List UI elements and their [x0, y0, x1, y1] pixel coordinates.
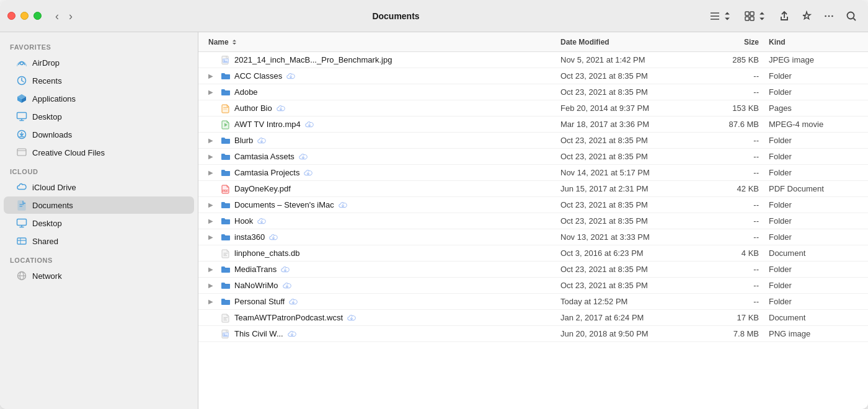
table-row[interactable]: ▶ insta360 Nov 13, 2021 at 3:33 PM -- Fo…	[198, 229, 868, 245]
expand-arrow: ▶	[208, 89, 217, 95]
file-kind: Folder	[759, 265, 858, 274]
table-row[interactable]: PDF DayOneKey.pdf Jun 15, 2017 at 2:31 P…	[198, 181, 868, 197]
svg-point-8	[828, 15, 830, 17]
minimize-button[interactable]	[20, 12, 29, 20]
desktop-icloud-icon	[16, 218, 27, 229]
file-date: Oct 3, 2016 at 6:23 PM	[560, 248, 697, 258]
sidebar-item-creative-cloud[interactable]: Creative Cloud Files	[4, 144, 194, 161]
file-date: Oct 23, 2021 at 8:35 PM	[560, 216, 697, 226]
file-name-text: NaNoWriMo	[234, 281, 278, 290]
file-row-name: linphone_chats.db	[208, 248, 560, 258]
sidebar-item-desktop-icloud[interactable]: Desktop	[4, 214, 194, 232]
file-row-name: PDF DayOneKey.pdf	[208, 184, 560, 194]
sidebar-item-applications-label: Applications	[32, 94, 188, 103]
expand-arrow: ▶	[208, 298, 217, 305]
creative-cloud-icon	[16, 147, 27, 158]
file-list: 2021_14_inch_MacB..._Pro_Benchmark.jpg N…	[198, 52, 868, 409]
search-button[interactable]	[842, 8, 861, 24]
grid-view-button[interactable]	[740, 8, 771, 24]
svg-line-11	[854, 18, 856, 20]
file-icon	[221, 136, 231, 146]
column-kind-header: Kind	[759, 38, 858, 46]
file-kind: Pages	[759, 103, 858, 113]
sidebar-item-applications[interactable]: Applications	[4, 90, 194, 107]
traffic-lights	[7, 12, 42, 20]
file-size: --	[697, 87, 759, 97]
table-row[interactable]: ▶ Personal Stuff Today at 12:52 PM -- Fo…	[198, 294, 868, 310]
column-name-header[interactable]: Name	[208, 38, 560, 46]
table-row[interactable]: ▶ Documents – Steven's iMac Oct 23, 2021…	[198, 197, 868, 213]
more-button[interactable]	[820, 8, 838, 24]
table-row[interactable]: TeamAWTPatronPodcast.wcst Jan 2, 2017 at…	[198, 310, 868, 326]
sidebar-item-downloads[interactable]: Downloads	[4, 126, 194, 143]
file-icon	[221, 281, 231, 291]
sidebar-item-desktop-label: Desktop	[32, 112, 188, 121]
table-row[interactable]: ▶ ACC Classes Oct 23, 2021 at 8:35 PM --…	[198, 68, 868, 84]
file-name-text: MediaTrans	[234, 265, 277, 274]
svg-rect-35	[223, 107, 228, 108]
svg-point-47	[224, 333, 225, 335]
svg-rect-6	[750, 17, 754, 20]
sidebar-item-desktop[interactable]: Desktop	[4, 108, 194, 125]
file-size: 4 KB	[697, 248, 759, 258]
forward-button[interactable]: ›	[65, 9, 76, 23]
file-icon	[221, 200, 231, 210]
file-size: --	[697, 297, 759, 306]
file-row-name: Author Bio	[208, 103, 560, 113]
file-row-name: This Civil W...	[208, 329, 560, 339]
expand-arrow: ▶	[208, 169, 217, 176]
expand-arrow: ▶	[208, 137, 217, 144]
file-size: --	[697, 152, 759, 161]
file-pane: Name Date Modified Size Kind 2021_14_inc…	[198, 32, 868, 409]
close-button[interactable]	[7, 12, 16, 20]
file-kind: PNG image	[759, 329, 858, 338]
svg-rect-36	[223, 108, 227, 109]
table-row[interactable]: linphone_chats.db Oct 3, 2016 at 6:23 PM…	[198, 245, 868, 262]
expand-arrow: ▶	[208, 282, 217, 289]
table-row[interactable]: ▶ NaNoWriMo Oct 23, 2021 at 8:35 PM -- F…	[198, 278, 868, 294]
sidebar-item-recents[interactable]: Recents	[4, 72, 194, 89]
sidebar-item-recents-label: Recents	[32, 76, 188, 86]
file-name-text: Hook	[234, 216, 253, 226]
tag-button[interactable]	[797, 8, 816, 24]
table-row[interactable]: ▶ Hook Oct 23, 2021 at 8:35 PM -- Folder	[198, 213, 868, 229]
back-button[interactable]: ‹	[51, 9, 63, 23]
file-size: 87.6 MB	[697, 120, 759, 129]
sidebar-item-documents-label: Documents	[32, 201, 188, 210]
file-date: Oct 23, 2021 at 8:35 PM	[560, 265, 697, 274]
file-icon	[221, 232, 231, 242]
sidebar-item-icloud-drive[interactable]: iCloud Drive	[4, 178, 194, 196]
fullscreen-button[interactable]	[33, 12, 42, 20]
file-icon: PDF	[221, 184, 231, 194]
file-kind: Folder	[759, 87, 858, 97]
share-button[interactable]	[775, 8, 794, 24]
sidebar-item-network[interactable]: Network	[4, 267, 194, 284]
sidebar-item-downloads-label: Downloads	[32, 130, 188, 139]
sidebar-item-documents[interactable]: Documents	[4, 196, 194, 214]
table-row[interactable]: This Civil W... Jun 20, 2018 at 9:50 PM …	[198, 326, 868, 342]
file-row-name: ▶ Camtasia Projects	[208, 168, 560, 178]
table-row[interactable]: ▶ MediaTrans Oct 23, 2021 at 8:35 PM -- …	[198, 262, 868, 278]
file-size: 153 KB	[697, 103, 759, 113]
icloud-header: iCloud	[0, 162, 198, 178]
airdrop-icon	[16, 57, 27, 68]
table-row[interactable]: AWT TV Intro.mp4 Mar 18, 2017 at 3:36 PM…	[198, 117, 868, 133]
file-name-text: Personal Stuff	[234, 297, 285, 306]
file-kind: PDF Document	[759, 184, 858, 193]
sidebar-item-airdrop[interactable]: AirDrop	[4, 54, 194, 71]
table-row[interactable]: Author Bio Feb 20, 2014 at 9:37 PM 153 K…	[198, 100, 868, 117]
svg-rect-5	[745, 17, 749, 20]
svg-text:PDF: PDF	[223, 190, 228, 193]
table-row[interactable]: ▶ Camtasia Assets Oct 23, 2021 at 8:35 P…	[198, 149, 868, 165]
table-row[interactable]: ▶ Camtasia Projects Nov 14, 2021 at 5:17…	[198, 165, 868, 181]
file-date: Jan 2, 2017 at 6:24 PM	[560, 313, 697, 322]
sidebar-item-shared[interactable]: Shared	[4, 232, 194, 250]
documents-icon	[16, 200, 27, 211]
finder-window: ‹ › Documents	[0, 0, 868, 409]
table-row[interactable]: ▶ Blurb Oct 23, 2021 at 8:35 PM -- Folde…	[198, 133, 868, 149]
table-row[interactable]: 2021_14_inch_MacB..._Pro_Benchmark.jpg N…	[198, 52, 868, 68]
favorites-header: Favorites	[0, 37, 198, 53]
table-row[interactable]: ▶ Adobe Oct 23, 2021 at 8:35 PM -- Folde…	[198, 84, 868, 100]
expand-arrow: ▶	[208, 218, 217, 224]
list-view-button[interactable]	[706, 8, 737, 24]
